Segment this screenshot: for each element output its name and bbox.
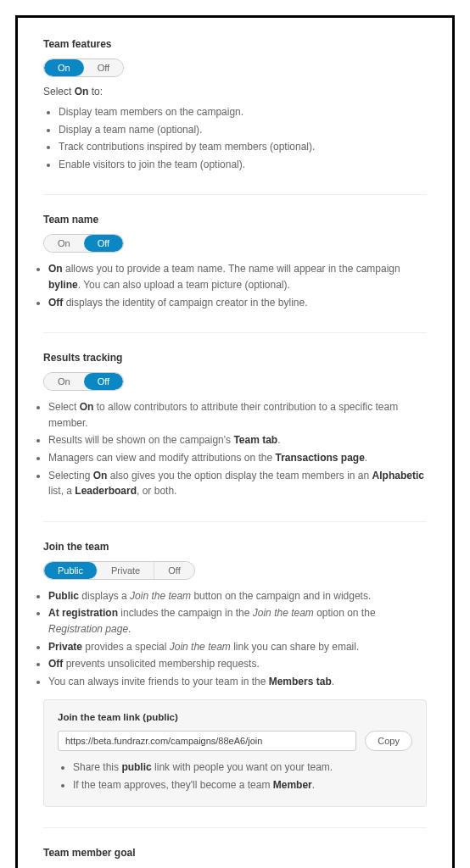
team-name-off[interactable]: Off [84, 235, 123, 252]
results-title: Results tracking [43, 352, 427, 364]
list-item: Track contributions inspired by team mem… [59, 139, 427, 155]
team-features-select-line: Select On to: [43, 86, 427, 97]
join-link-panel: Join the team link (public) Copy Share t… [43, 699, 427, 807]
list-item: Results will be shown on the campaign's … [48, 432, 427, 448]
results-off[interactable]: Off [84, 373, 123, 390]
list-item: At registration includes the campaign in… [48, 605, 427, 637]
team-features-off[interactable]: Off [84, 59, 123, 76]
list-item: Selecting On also gives you the option d… [48, 468, 427, 499]
goal-title: Team member goal [43, 847, 427, 859]
join-toggle[interactable]: Public Private Off [43, 561, 195, 580]
team-name-title: Team name [43, 214, 427, 225]
list-item: Off prevents unsolicited membership requ… [48, 656, 427, 672]
copy-button[interactable]: Copy [365, 731, 412, 751]
join-link-input[interactable] [58, 731, 356, 751]
settings-frame: Team features On Off Select On to: Displ… [15, 15, 455, 868]
join-bullets: Public displays a Join the team button o… [33, 588, 427, 690]
join-title: Join the team [43, 541, 427, 553]
join-private[interactable]: Private [98, 562, 154, 579]
list-item: Off displays the identity of campaign cr… [48, 295, 427, 311]
section-team-features: Team features On Off Select On to: Displ… [43, 38, 427, 195]
team-name-bullets: On allows you to provide a team name. Th… [33, 261, 427, 310]
results-on[interactable]: On [44, 373, 84, 390]
list-item: On allows you to provide a team name. Th… [48, 261, 427, 292]
team-features-bullets: Display team members on the campaign. Di… [43, 104, 427, 172]
team-features-toggle[interactable]: On Off [43, 58, 124, 77]
results-toggle[interactable]: On Off [43, 372, 124, 391]
section-join-team: Join the team Public Private Off Public … [43, 541, 427, 829]
join-link-title: Join the team link (public) [58, 712, 412, 722]
list-item: If the team approves, they'll become a t… [73, 777, 412, 793]
section-team-member-goal: Team member goal $ .00 Suggest a persona… [43, 847, 427, 868]
join-link-row: Copy [58, 731, 412, 751]
team-name-toggle[interactable]: On Off [43, 234, 124, 253]
list-item: Select On to allow contributors to attri… [48, 399, 427, 431]
join-off[interactable]: Off [154, 562, 193, 579]
team-features-title: Team features [43, 38, 427, 50]
section-results-tracking: Results tracking On Off Select On to all… [43, 352, 427, 522]
list-item: Display a team name (optional). [59, 122, 427, 138]
list-item: Managers can view and modify attribution… [48, 450, 427, 466]
join-link-notes: Share this public link with people you w… [58, 760, 412, 793]
list-item: Enable visitors to join the team (option… [59, 157, 427, 173]
list-item: Display team members on the campaign. [59, 104, 427, 120]
list-item: Public displays a Join the team button o… [48, 588, 427, 604]
list-item: You can always invite friends to your te… [48, 674, 427, 690]
team-name-on[interactable]: On [44, 235, 84, 252]
team-features-on[interactable]: On [44, 59, 84, 76]
join-public[interactable]: Public [44, 562, 98, 579]
results-bullets: Select On to allow contributors to attri… [33, 399, 427, 499]
list-item: Private provides a special Join the team… [48, 639, 427, 655]
section-team-name: Team name On Off On allows you to provid… [43, 214, 427, 333]
list-item: Share this public link with people you w… [73, 760, 412, 776]
